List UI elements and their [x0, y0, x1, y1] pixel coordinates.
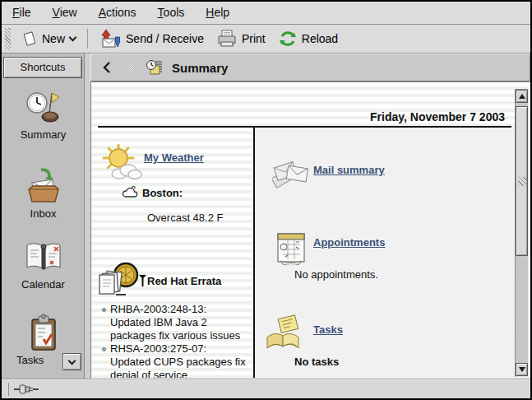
errata-list: RHBA-2003:248-13: Updated IBM Java 2 pac… [101, 303, 249, 379]
folder-title-bar: Summary [90, 53, 530, 81]
arrow-up-icon [519, 94, 525, 99]
menu-actions[interactable]: Actions [88, 2, 147, 24]
summary-icon [25, 90, 62, 126]
menu-tools[interactable]: Tools [147, 2, 196, 24]
shortcuts-group-button[interactable]: Shortcuts [3, 57, 82, 78]
summary-date: Friday, November 7 2003 [370, 110, 505, 123]
scroll-up-button[interactable] [516, 90, 528, 103]
print-icon [217, 30, 237, 48]
errata-title: Red Hat Errata [147, 275, 221, 287]
date-rule [98, 126, 511, 128]
menu-bar: File View Actions Tools Help [2, 2, 530, 25]
sidebar-item-label: Calendar [2, 278, 85, 291]
menu-file[interactable]: File [2, 2, 42, 24]
toolbar: New Send / Receive Print [2, 25, 530, 53]
back-icon [103, 62, 111, 73]
envelopes-icon [272, 156, 310, 191]
sidebar-item-label: Inbox [2, 207, 85, 220]
reload-button[interactable]: Reload [274, 28, 343, 49]
shortcut-scroll-down-button[interactable] [62, 353, 81, 370]
column-divider [253, 126, 255, 378]
appointments-link[interactable]: Appointments [313, 236, 385, 249]
thumb-grip-icon [518, 177, 526, 186]
sidebar-item-inbox[interactable]: Inbox [2, 167, 85, 220]
weather-conditions: Overcast 48.2 F [147, 212, 223, 224]
summary-viewport: Friday, November 7 2003 My Weather [90, 81, 530, 379]
send-receive-icon [99, 29, 121, 49]
tasks-link[interactable]: Tasks [313, 323, 343, 336]
back-button[interactable] [99, 60, 114, 75]
chevron-down-icon [68, 356, 76, 365]
antenna-icon [139, 275, 146, 286]
mail-summary-link[interactable]: Mail summary [313, 164, 385, 176]
errata-item[interactable]: RHSA-2003:275-07: Updated CUPS packages … [101, 342, 249, 379]
errata-item[interactable]: RHBA-2003:248-13: Updated IBM Java 2 pac… [101, 303, 249, 342]
appointments-status: No appointments. [294, 268, 378, 281]
errata-documents-icon [96, 262, 141, 301]
reload-icon [279, 30, 297, 48]
pane-resize-handle[interactable] [85, 53, 90, 379]
new-button[interactable]: New [17, 29, 81, 49]
scrollbar-thumb[interactable] [516, 106, 528, 256]
errata-title-row: Red Hat Errata [139, 275, 221, 287]
forward-button[interactable] [123, 60, 137, 75]
main-area: Summary Friday, November 7 2003 My Weath… [90, 53, 530, 379]
send-receive-button[interactable]: Send / Receive [95, 27, 209, 50]
status-bar [2, 379, 530, 398]
menu-view[interactable]: View [42, 2, 88, 24]
my-weather-link[interactable]: My Weather [144, 151, 204, 164]
print-button[interactable]: Print [212, 28, 271, 49]
online-status-icon[interactable] [14, 384, 39, 394]
summary-small-icon [146, 59, 164, 76]
status-bar-divider [8, 383, 9, 396]
toolbar-separator [87, 29, 88, 49]
shortcut-bar: Shortcuts Summary [2, 53, 85, 379]
vertical-scrollbar[interactable] [515, 89, 529, 377]
tasks-status: No tasks [294, 356, 339, 368]
sidebar-item-summary[interactable]: Summary [2, 90, 85, 141]
forward-icon [126, 62, 134, 73]
sticky-notes-icon [264, 314, 305, 352]
cloud-icon [121, 184, 139, 199]
inbox-icon [25, 167, 62, 205]
tasks-icon [27, 314, 60, 351]
scroll-down-button[interactable] [516, 363, 528, 376]
new-document-icon [22, 30, 37, 47]
menu-help[interactable]: Help [195, 2, 240, 24]
calendar-icon [24, 241, 63, 276]
appointment-pad-icon [274, 229, 308, 265]
sun-cloud-icon [101, 143, 142, 183]
evolution-window: File View Actions Tools Help New Send / … [0, 0, 532, 400]
toolbar-grip[interactable] [5, 28, 11, 49]
folder-title: Summary [172, 61, 228, 75]
weather-location: Boston: [142, 187, 183, 199]
sidebar-item-label: Summary [2, 128, 85, 141]
chevron-down-icon [69, 34, 77, 42]
sidebar-item-calendar[interactable]: Calendar [2, 241, 85, 291]
arrow-down-icon [519, 367, 525, 372]
